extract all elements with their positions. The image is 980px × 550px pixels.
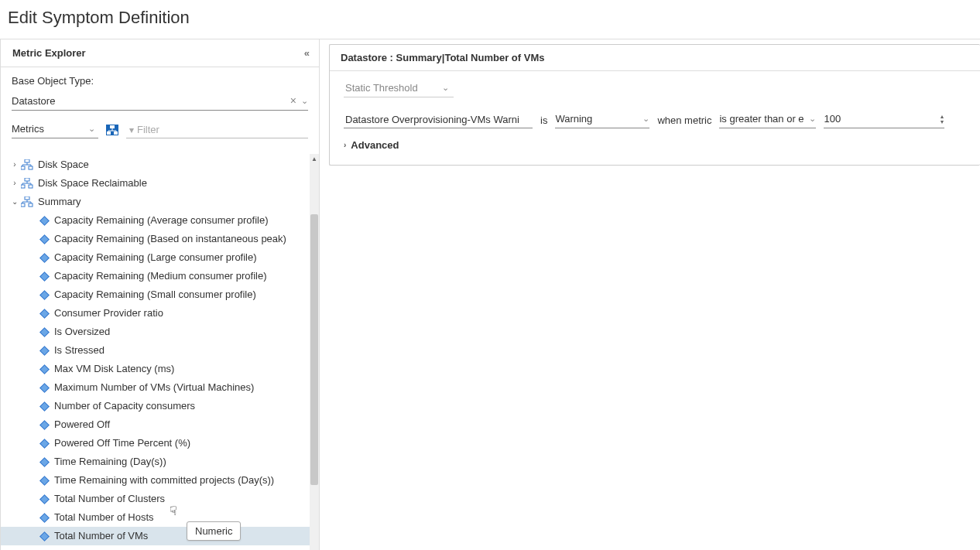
tree-leaf[interactable]: Total Number of Hosts bbox=[1, 508, 319, 527]
leaf-label: Total Number of Hosts bbox=[54, 511, 154, 524]
metric-icon bbox=[39, 364, 50, 374]
folder-label: Disk Space bbox=[38, 158, 89, 172]
is-label: is bbox=[540, 114, 547, 126]
svg-rect-16 bbox=[21, 185, 25, 188]
filter-input[interactable]: ▾ Filter bbox=[126, 121, 308, 138]
operator-value: is greater than or e bbox=[719, 113, 804, 125]
threshold-value-input[interactable]: 100 ▲▼ bbox=[824, 111, 944, 128]
metric-icon bbox=[39, 476, 50, 486]
folder-label: Disk Space Reclaimable bbox=[38, 176, 147, 190]
scroll-up-icon[interactable]: ▲ bbox=[310, 154, 319, 163]
filter-icon: ▾ bbox=[129, 125, 134, 135]
tree-leaf[interactable]: Number of Capacity consumers bbox=[1, 397, 319, 415]
tree-leaf[interactable]: Powered Off Time Percent (%) bbox=[1, 434, 319, 453]
leaf-label: Total Number of VMs bbox=[54, 529, 148, 543]
tree-folder[interactable]: ›Disk Space bbox=[1, 155, 319, 174]
tree-folder[interactable]: ⌄Summary bbox=[1, 193, 319, 211]
tree-leaf[interactable]: Max VM Disk Latency (ms) bbox=[1, 360, 319, 378]
chevron-down-icon[interactable]: ⌄ bbox=[809, 114, 816, 124]
metric-icon bbox=[39, 457, 50, 467]
base-object-label: Base Object Type: bbox=[12, 75, 308, 87]
severity-select[interactable]: Warning ⌄ bbox=[555, 111, 649, 128]
chevron-down-icon[interactable]: ⌄ bbox=[642, 114, 649, 124]
metric-icon bbox=[39, 439, 50, 449]
operator-select[interactable]: is greater than or e ⌄ bbox=[719, 111, 816, 128]
stepper-arrows[interactable]: ▲▼ bbox=[940, 114, 945, 125]
leaf-label: Total Number of Clusters bbox=[54, 492, 165, 506]
leaf-label: Maximum Number of VMs (Virtual Machines) bbox=[54, 381, 254, 395]
when-label: when metric bbox=[657, 114, 711, 126]
svg-rect-17 bbox=[29, 185, 33, 188]
tree-leaf[interactable]: Is Oversized bbox=[1, 323, 319, 341]
scrollbar-thumb[interactable] bbox=[310, 214, 318, 485]
leaf-label: Capacity Remaining (Average consumer pro… bbox=[54, 214, 269, 227]
svg-rect-10 bbox=[29, 166, 33, 169]
svg-rect-24 bbox=[29, 203, 33, 207]
clear-icon[interactable]: × bbox=[290, 94, 296, 107]
tree-leaf[interactable]: Time Remaining with committed projects (… bbox=[1, 471, 319, 490]
metric-type-tooltip: Numeric bbox=[187, 521, 241, 541]
tree-leaf[interactable]: Time Remaining (Day(s)) bbox=[1, 453, 319, 471]
leaf-label: Is Oversized bbox=[54, 325, 110, 339]
chevron-down-icon[interactable]: ⌄ bbox=[442, 83, 449, 93]
leaf-label: Consumer Provider ratio bbox=[54, 306, 163, 320]
advanced-toggle[interactable]: › Advanced bbox=[344, 139, 966, 151]
scrollbar-track[interactable]: ▲ bbox=[310, 154, 319, 550]
tree-folder[interactable]: ›Disk Space Reclaimable bbox=[1, 174, 319, 193]
tree-leaf[interactable]: Consumer Provider ratio bbox=[1, 304, 319, 323]
symptom-name-input[interactable] bbox=[344, 111, 533, 128]
metric-icon bbox=[39, 309, 50, 319]
page-title: Edit Symptom Definition bbox=[0, 0, 980, 39]
leaf-label: Capacity Remaining (Small consumer profi… bbox=[54, 288, 256, 302]
metric-icon bbox=[39, 327, 50, 337]
svg-rect-3 bbox=[114, 132, 118, 135]
leaf-label: Capacity Remaining (Medium consumer prof… bbox=[54, 269, 267, 283]
metric-tree: ›Disk Space›Disk Space Reclaimable⌄Summa… bbox=[1, 154, 319, 550]
threshold-type-select[interactable]: Static Threshold ⌄ bbox=[344, 80, 454, 97]
svg-rect-9 bbox=[21, 166, 25, 169]
tree-leaf[interactable]: Capacity Remaining (Large consumer profi… bbox=[1, 248, 319, 267]
tree-leaf[interactable]: Powered Off bbox=[1, 415, 319, 434]
tree-leaf[interactable]: Capacity Remaining (Based on instantaneo… bbox=[1, 230, 319, 248]
chevron-right-icon[interactable]: › bbox=[10, 158, 19, 172]
metric-icon bbox=[39, 383, 50, 393]
chevron-right-icon[interactable]: › bbox=[10, 176, 19, 190]
metric-icon bbox=[39, 272, 50, 282]
hierarchy-icon[interactable] bbox=[106, 125, 118, 135]
panel-title: Metric Explorer bbox=[12, 47, 86, 59]
chevron-right-icon: › bbox=[344, 141, 346, 149]
tree-leaf[interactable]: Capacity Remaining (Small consumer profi… bbox=[1, 285, 319, 304]
metric-icon bbox=[39, 420, 50, 430]
threshold-type-value: Static Threshold bbox=[345, 82, 442, 94]
threshold-value: 100 bbox=[824, 113, 939, 125]
tree-leaf[interactable]: Total Number of Clusters bbox=[1, 490, 319, 508]
metric-icon bbox=[39, 234, 50, 244]
metric-icon bbox=[39, 513, 50, 523]
chevron-down-icon[interactable]: ⌄ bbox=[10, 195, 19, 209]
tree-leaf[interactable]: Capacity Remaining (Medium consumer prof… bbox=[1, 267, 319, 285]
definition-panel: Datastore : Summary|Total Number of VMs … bbox=[320, 39, 980, 550]
svg-rect-23 bbox=[21, 203, 25, 207]
tree-leaf[interactable]: Maximum Number of VMs (Virtual Machines) bbox=[1, 378, 319, 397]
category-select[interactable]: Metrics ⌄ bbox=[12, 121, 98, 138]
metric-icon bbox=[39, 531, 50, 541]
advanced-label: Advanced bbox=[351, 139, 399, 151]
leaf-label: Powered Off Time Percent (%) bbox=[54, 436, 190, 450]
tree-leaf[interactable]: Capacity Remaining (Average consumer pro… bbox=[1, 211, 319, 230]
collapse-panel-icon[interactable]: « bbox=[304, 47, 310, 59]
tree-leaf[interactable]: Workload Indicator bbox=[1, 545, 319, 550]
tree-leaf[interactable]: Is Stressed bbox=[1, 341, 319, 360]
leaf-label: Max VM Disk Latency (ms) bbox=[54, 362, 174, 376]
chevron-down-icon[interactable]: ⌄ bbox=[88, 124, 95, 134]
leaf-label: Capacity Remaining (Large consumer profi… bbox=[54, 251, 257, 265]
svg-rect-1 bbox=[110, 125, 115, 128]
base-object-value: Datastore bbox=[12, 95, 290, 107]
tree-leaf[interactable]: Total Number of VMs bbox=[1, 527, 319, 545]
base-object-select[interactable]: Datastore × ⌄ bbox=[12, 91, 308, 111]
leaf-label: Powered Off bbox=[54, 418, 110, 432]
metric-icon bbox=[39, 290, 50, 300]
chevron-down-icon[interactable]: ⌄ bbox=[301, 96, 308, 106]
metric-explorer-panel: Metric Explorer « Base Object Type: Data… bbox=[0, 39, 320, 550]
svg-rect-2 bbox=[107, 132, 111, 135]
category-value: Metrics bbox=[12, 123, 88, 135]
